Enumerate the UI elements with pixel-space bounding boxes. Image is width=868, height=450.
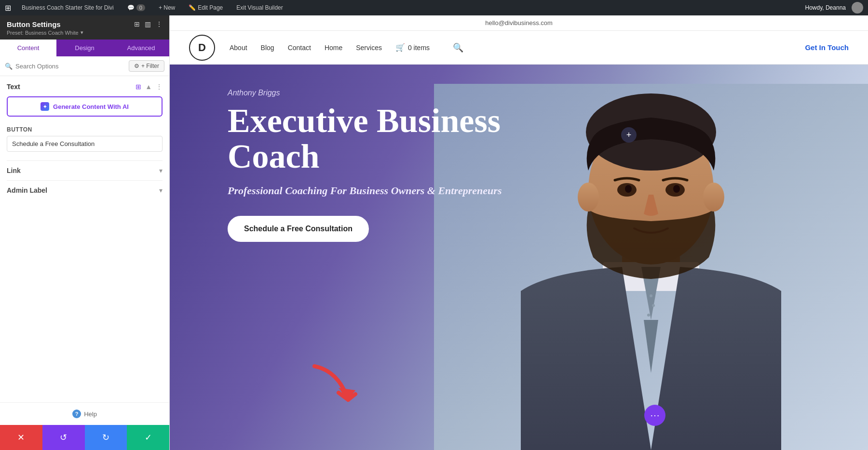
panel-header: Button Settings Preset: Business Coach W… — [0, 15, 169, 40]
tab-design[interactable]: Design — [56, 40, 113, 56]
panel-search-bar: 🔍 ⚙ + Filter — [0, 56, 169, 76]
help-button[interactable]: ? Help — [72, 410, 97, 418]
wp-new-button[interactable]: + New — [156, 0, 178, 15]
svg-point-9 — [578, 183, 599, 212]
search-icon: 🔍 — [5, 63, 13, 70]
svg-point-8 — [673, 185, 680, 193]
wp-right-area: Howdy, Deanna — [805, 2, 864, 13]
hero-subtitle: Anthony Briggs — [228, 89, 536, 97]
hero-content: Anthony Briggs Executive Business Coach … — [228, 89, 536, 242]
wp-avatar — [852, 2, 863, 13]
nav-link-home[interactable]: Home — [325, 44, 342, 52]
svg-point-7 — [625, 185, 632, 193]
ai-icon: ✦ — [41, 102, 49, 111]
panel-tabs: Content Design Advanced — [0, 40, 169, 56]
wp-comments[interactable]: 💬 0 — [124, 0, 148, 15]
wp-site-name[interactable]: Business Coach Starter Site for Divi — [19, 0, 117, 15]
admin-label-section: Admin Label ▾ — [7, 180, 163, 200]
filter-icon: ⚙ — [134, 63, 139, 69]
close-button[interactable]: ✕ — [0, 425, 42, 450]
panel-title-area: Button Settings Preset: Business Coach W… — [7, 20, 83, 36]
left-panel: Button Settings Preset: Business Coach W… — [0, 15, 170, 450]
panel-header-icons: ⊞ ▥ ⋮ — [134, 20, 163, 28]
site-logo: D — [189, 35, 215, 61]
svg-point-12 — [652, 304, 655, 307]
link-chevron-icon: ▾ — [159, 167, 163, 174]
panel-body: Text ⊞ ▲ ⋮ ✦ Generate Content With AI Bu… — [0, 76, 169, 402]
nav-link-about[interactable]: About — [230, 44, 247, 52]
nav-links: About Blog Contact Home Services 🛒 0 ite… — [230, 42, 805, 53]
bottom-toolbar: ✕ ↺ ↻ ✓ — [0, 425, 169, 450]
hero-description: Professional Coaching For Business Owner… — [228, 184, 536, 199]
wp-exit-builder[interactable]: Exit Visual Builder — [233, 0, 286, 15]
filter-button[interactable]: ⚙ + Filter — [129, 60, 164, 72]
help-section: ? Help — [0, 402, 169, 425]
button-field-label: Button — [7, 126, 163, 133]
nav-cart[interactable]: 🛒 0 items — [395, 43, 430, 52]
button-text-input[interactable] — [7, 136, 163, 152]
text-section-collapse-icon[interactable]: ▲ — [145, 83, 152, 91]
search-icon[interactable]: 🔍 — [453, 42, 463, 53]
search-input[interactable] — [15, 63, 126, 70]
right-content: hello@divibusiness.com D About Blog Cont… — [170, 15, 868, 450]
arrow-indicator — [310, 361, 367, 411]
add-element-button[interactable]: + — [621, 127, 637, 143]
panel-preset[interactable]: Preset: Business Coach White ▾ — [7, 29, 83, 36]
email-link[interactable]: hello@divibusiness.com — [485, 19, 553, 26]
text-section-actions: ⊞ ▲ ⋮ — [136, 83, 163, 91]
hero-title: Executive Business Coach — [228, 103, 536, 174]
admin-label-section-header[interactable]: Admin Label ▾ — [7, 186, 163, 194]
undo-button[interactable]: ↺ — [42, 425, 85, 450]
hero-cta-button[interactable]: Schedule a Free Consultation — [228, 216, 369, 242]
text-section-title: Text — [7, 83, 20, 91]
admin-label-chevron-icon: ▾ — [159, 186, 163, 194]
panel-title: Button Settings — [7, 20, 83, 28]
tab-advanced[interactable]: Advanced — [113, 40, 169, 56]
tab-content[interactable]: Content — [0, 40, 56, 56]
get-in-touch-button[interactable]: Get In Touch — [805, 43, 849, 52]
wp-admin-bar: ⊞ Business Coach Starter Site for Divi 💬… — [0, 0, 868, 15]
text-section-header: Text ⊞ ▲ ⋮ — [7, 83, 163, 91]
main-layout: Button Settings Preset: Business Coach W… — [0, 15, 868, 450]
nav-link-contact[interactable]: Contact — [288, 44, 311, 52]
arrow-svg — [310, 361, 367, 410]
text-section-more-icon[interactable]: ⋮ — [156, 83, 163, 91]
wp-logo-icon: ⊞ — [5, 3, 11, 13]
wp-edit-page[interactable]: ✏️ Edit Page — [186, 0, 226, 15]
panel-icon-more[interactable]: ⋮ — [156, 20, 163, 28]
link-section-header[interactable]: Link ▾ — [7, 167, 163, 174]
site-nav: D About Blog Contact Home Services 🛒 0 i… — [170, 31, 868, 65]
panel-icon-grid[interactable]: ⊞ — [134, 20, 140, 28]
link-section-label: Link — [7, 167, 21, 174]
hero-section: Anthony Briggs Executive Business Coach … — [170, 65, 868, 450]
nav-link-blog[interactable]: Blog — [261, 44, 274, 52]
svg-point-13 — [647, 314, 650, 317]
ai-generate-button[interactable]: ✦ Generate Content With AI — [7, 96, 163, 117]
admin-label-section-label: Admin Label — [7, 186, 47, 194]
help-icon: ? — [72, 410, 81, 418]
wp-howdy: Howdy, Deanna — [805, 4, 846, 11]
cart-icon: 🛒 — [395, 43, 405, 52]
nav-link-services[interactable]: Services — [356, 44, 382, 52]
save-button[interactable]: ✓ — [127, 425, 169, 450]
svg-point-10 — [703, 183, 724, 212]
link-section: Link ▾ — [7, 160, 163, 180]
panel-icon-columns[interactable]: ▥ — [145, 20, 151, 28]
site-topbar: hello@divibusiness.com — [170, 15, 868, 31]
more-options-button[interactable]: ⋯ — [644, 405, 665, 426]
text-section-settings-icon[interactable]: ⊞ — [136, 83, 141, 91]
redo-button[interactable]: ↻ — [85, 425, 127, 450]
svg-point-11 — [650, 294, 652, 297]
